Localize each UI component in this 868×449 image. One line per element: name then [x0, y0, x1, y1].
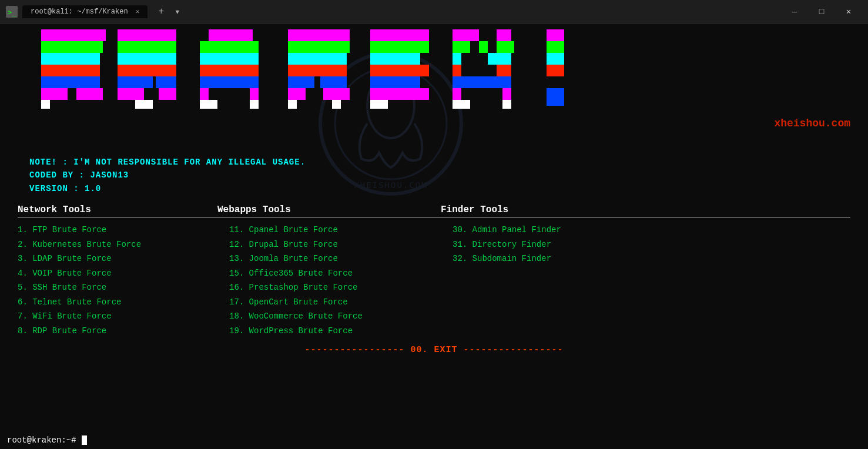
maximize-button[interactable]: □ — [808, 0, 835, 24]
network-item[interactable]: 3. LDAP Brute Force — [18, 252, 229, 266]
svg-rect-83 — [288, 88, 297, 100]
svg-rect-67 — [341, 29, 350, 41]
svg-rect-55 — [200, 76, 259, 88]
svg-rect-87 — [341, 88, 350, 100]
network-item[interactable]: 1. FTP Brute Force — [18, 223, 229, 237]
svg-rect-63 — [306, 29, 314, 41]
svg-rect-70 — [306, 41, 314, 53]
network-tools-column: 1. FTP Brute Force2. Kubernetes Brute Fo… — [18, 223, 229, 338]
network-item[interactable]: 7. WiFi Brute Force — [18, 309, 229, 324]
finder-item[interactable]: 30. Admin Panel Finder — [453, 223, 850, 237]
svg-rect-74 — [341, 41, 350, 53]
webapps-item[interactable]: 19. WordPress Brute Force — [229, 324, 453, 339]
svg-rect-96 — [370, 100, 379, 109]
info-line-3: VERSION : 1.0 — [29, 182, 856, 195]
network-item[interactable]: 6. Telnet Brute Force — [18, 295, 229, 310]
svg-rect-122 — [547, 88, 564, 106]
svg-rect-117 — [502, 100, 511, 109]
svg-rect-66 — [332, 29, 341, 41]
finder-tools-header: Finder Tools — [441, 205, 850, 215]
svg-rect-50 — [144, 100, 153, 109]
svg-rect-40 — [118, 53, 176, 65]
svg-rect-22 — [41, 53, 100, 65]
dropdown-button[interactable]: ▾ — [171, 5, 184, 19]
svg-rect-79 — [306, 76, 314, 88]
menu-section: Network Tools Webapps Tools Finder Tools… — [12, 205, 856, 355]
svg-rect-28 — [73, 76, 82, 88]
svg-rect-108 — [453, 53, 461, 65]
webapps-item[interactable]: 17. OpenCart Brute Force — [229, 295, 453, 310]
svg-rect-32 — [50, 88, 59, 100]
svg-rect-7 — [41, 29, 50, 41]
svg-rect-100 — [470, 29, 479, 41]
window-controls: — □ ✕ — [781, 0, 862, 24]
finder-item[interactable]: 31. Directory Finder — [453, 237, 850, 252]
svg-rect-85 — [323, 88, 332, 100]
svg-rect-62 — [297, 29, 306, 41]
svg-rect-119 — [547, 41, 564, 53]
menu-columns: 1. FTP Brute Force2. Kubernetes Brute Fo… — [18, 223, 850, 338]
svg-rect-94 — [370, 76, 420, 88]
network-item[interactable]: 5. SSH Brute Force — [18, 280, 229, 295]
network-item[interactable]: 4. VOIP Brute Force — [18, 266, 229, 281]
svg-rect-72 — [323, 41, 332, 53]
svg-rect-116 — [461, 100, 470, 109]
exit-option[interactable]: ----------------- 00. EXIT -------------… — [18, 345, 850, 355]
svg-rect-76 — [288, 65, 347, 76]
finder-tools-column: 30. Admin Panel Finder31. Directory Find… — [453, 223, 850, 338]
svg-rect-25 — [50, 76, 59, 88]
terminal-prompt-bar: root@kraken:~# — [0, 431, 868, 449]
close-button[interactable]: ✕ — [835, 0, 862, 24]
kraken-ascii-art — [12, 29, 856, 153]
svg-rect-75 — [288, 53, 347, 65]
webapps-tools-column: 11. Cpanel Brute Force12. Drupal Brute F… — [229, 223, 453, 338]
svg-rect-114 — [502, 88, 511, 100]
finder-item[interactable]: 32. Subdomain Finder — [453, 252, 850, 266]
watermark-credit: xheishou.com — [774, 118, 850, 129]
network-item[interactable]: 2. Kubernetes Brute Force — [18, 237, 229, 252]
svg-rect-18 — [68, 41, 76, 53]
svg-rect-24 — [41, 76, 50, 88]
network-item[interactable]: 8. RDP Brute Force — [18, 324, 229, 339]
webapps-item[interactable]: 18. WooCommerce Brute Force — [229, 309, 453, 324]
svg-rect-42 — [118, 76, 153, 88]
svg-rect-13 — [85, 29, 94, 41]
svg-rect-26 — [59, 76, 68, 88]
svg-rect-29 — [82, 76, 91, 88]
svg-rect-31 — [41, 88, 50, 100]
svg-rect-68 — [288, 41, 297, 53]
svg-rect-30 — [91, 76, 100, 88]
svg-rect-19 — [76, 41, 85, 53]
svg-rect-107 — [505, 41, 514, 53]
new-tab-button[interactable]: + — [155, 5, 167, 18]
svg-rect-53 — [200, 53, 259, 65]
webapps-item[interactable]: 12. Drupal Brute Force — [229, 237, 453, 252]
svg-rect-61 — [288, 29, 297, 41]
tab-close-icon[interactable]: ✕ — [136, 8, 140, 15]
svg-rect-113 — [453, 88, 461, 100]
webapps-item[interactable]: 15. Office365 Brute Force — [229, 266, 453, 281]
svg-rect-57 — [250, 88, 259, 100]
terminal-tab[interactable]: root@kali: ~/msf/Kraken ✕ — [22, 5, 148, 18]
svg-rect-54 — [200, 65, 259, 76]
menu-divider — [18, 217, 850, 218]
svg-rect-71 — [314, 41, 323, 53]
info-section: NOTE! : I'M NOT RESPONSIBLE FOR ANY ILLE… — [12, 156, 856, 195]
svg-rect-103 — [453, 41, 461, 53]
svg-rect-48 — [167, 88, 176, 100]
minimize-button[interactable]: — — [781, 0, 808, 24]
svg-rect-36 — [94, 88, 103, 100]
svg-rect-111 — [497, 65, 511, 76]
svg-rect-58 — [200, 100, 209, 109]
svg-rect-44 — [118, 88, 126, 100]
svg-rect-39 — [118, 41, 176, 53]
svg-rect-38 — [118, 29, 176, 41]
webapps-item[interactable]: 16. Prestashop Brute Force — [229, 280, 453, 295]
svg-rect-105 — [479, 41, 488, 53]
svg-rect-10 — [68, 29, 76, 41]
svg-rect-64 — [314, 29, 323, 41]
webapps-item[interactable]: 11. Cpanel Brute Force — [229, 223, 453, 237]
svg-rect-78 — [297, 76, 306, 88]
prompt-text: root@kraken:~# — [5, 431, 76, 445]
webapps-item[interactable]: 13. Joomla Brute Force — [229, 252, 453, 266]
